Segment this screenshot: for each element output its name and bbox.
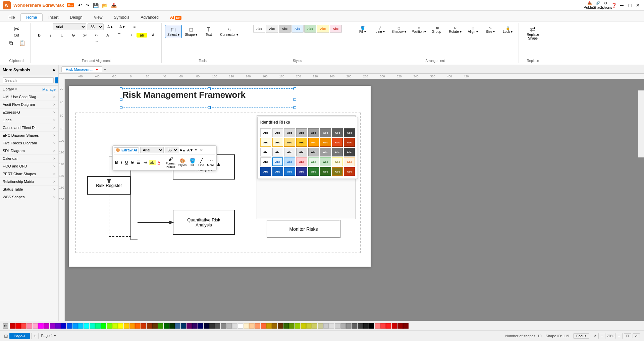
- selection-handle-br[interactable]: [293, 106, 296, 109]
- color-swatch[interactable]: [215, 323, 220, 329]
- sidebar-item-calendar[interactable]: Calendar ✕: [0, 155, 58, 162]
- float-fill-button[interactable]: 🪣 Fill: [189, 158, 196, 167]
- sidebar-item-hoq[interactable]: HOQ and QFD ✕: [0, 162, 58, 170]
- color-swatch[interactable]: [278, 323, 283, 329]
- swatch-r3c2[interactable]: Abc: [272, 148, 283, 156]
- close-icon[interactable]: ✕: [53, 157, 56, 160]
- color-swatch[interactable]: [340, 323, 346, 329]
- color-swatch[interactable]: [118, 323, 123, 329]
- float-line-button[interactable]: ╱ Line: [197, 158, 205, 167]
- color-swatch[interactable]: [152, 323, 158, 329]
- sidebar-item-five-forces[interactable]: Five Forces Diagram ✕: [0, 139, 58, 147]
- swatch-r1c4[interactable]: Abc: [296, 128, 307, 137]
- color-swatch[interactable]: [335, 323, 340, 329]
- color-swatch[interactable]: [38, 323, 44, 329]
- color-swatch[interactable]: [352, 323, 357, 329]
- close-icon[interactable]: ✕: [53, 195, 56, 199]
- color-swatch[interactable]: [95, 323, 101, 329]
- sidebar-item-lines[interactable]: Lines ✕: [0, 116, 58, 124]
- swatch-r2c3[interactable]: Abc: [284, 138, 295, 147]
- tab-ai[interactable]: AI hot: [164, 13, 187, 21]
- zoom-in-button[interactable]: +: [615, 333, 623, 339]
- swatch-r3c1[interactable]: Abc: [260, 148, 271, 156]
- color-swatch[interactable]: [295, 323, 300, 329]
- tab-design[interactable]: Design: [64, 13, 88, 21]
- swatch-r2c6[interactable]: Abc: [320, 138, 331, 147]
- color-swatch[interactable]: [112, 323, 118, 329]
- close-icon[interactable]: ✕: [53, 126, 56, 130]
- close-icon[interactable]: ✕: [53, 111, 56, 114]
- text-color-button[interactable]: A: [102, 32, 113, 38]
- float-font-select[interactable]: Arial: [140, 147, 164, 153]
- swatch-r4c4[interactable]: Abc: [296, 157, 307, 166]
- align-btn[interactable]: ⊞ Align ▾: [465, 25, 481, 35]
- color-swatch[interactable]: [232, 323, 237, 329]
- color-swatch[interactable]: [67, 323, 72, 329]
- grid-view-toggle[interactable]: ⊞: [4, 333, 8, 339]
- swatch-r1c7[interactable]: Abc: [332, 128, 343, 137]
- style-swatch-1[interactable]: Abc: [253, 25, 265, 33]
- color-swatch[interactable]: [226, 323, 232, 329]
- swatch-r4c6[interactable]: Abc: [320, 157, 331, 166]
- sidebar-item-epc[interactable]: EPC Diagram Shapes ✕: [0, 132, 58, 139]
- swatch-r1c1[interactable]: Abc: [260, 128, 271, 137]
- tab-advanced[interactable]: Advanced: [135, 13, 164, 21]
- float-styles-button[interactable]: 🎨 Styles: [177, 158, 188, 167]
- font-shrink-button[interactable]: A▼: [117, 24, 128, 29]
- line-button[interactable]: ╱ Line ▾: [372, 25, 388, 35]
- sidebar-collapse-button[interactable]: «: [53, 67, 56, 73]
- color-swatch[interactable]: [255, 323, 260, 329]
- publish-button[interactable]: 📤 Publish: [586, 2, 593, 9]
- rotate-button[interactable]: ↻ Rotate ▾: [447, 25, 463, 35]
- close-icon[interactable]: ✕: [53, 149, 56, 153]
- float-size-select[interactable]: 36: [165, 147, 178, 153]
- sidebar-item-express[interactable]: Express-G ✕: [0, 109, 58, 116]
- highlight-button[interactable]: ab: [137, 33, 147, 38]
- color-swatch[interactable]: [147, 323, 152, 329]
- copy-button[interactable]: ⧉: [5, 40, 16, 47]
- more-font-button[interactable]: ⋯: [91, 39, 102, 44]
- page-tab-1[interactable]: Page-1: [9, 333, 30, 339]
- float-list-button[interactable]: ☰: [136, 160, 142, 165]
- color-swatch[interactable]: [221, 323, 226, 329]
- color-swatch[interactable]: [181, 323, 186, 329]
- color-swatch[interactable]: [283, 323, 289, 329]
- color-swatch[interactable]: [301, 323, 306, 329]
- tab-insert[interactable]: Insert: [43, 13, 64, 21]
- color-swatch[interactable]: [186, 323, 192, 329]
- swatch-r5c7[interactable]: Abc: [332, 167, 343, 176]
- font-family-select[interactable]: Arial: [53, 23, 86, 30]
- search-button[interactable]: Search: [55, 77, 59, 83]
- color-swatch[interactable]: [21, 323, 26, 329]
- tab-symbols[interactable]: Symbols: [108, 13, 135, 21]
- swatch-r3c7[interactable]: Abc: [332, 148, 343, 156]
- swatch-r5c4[interactable]: Abc: [296, 167, 307, 176]
- color-swatch[interactable]: [10, 323, 15, 329]
- shape-button[interactable]: □ Shape ▾: [183, 25, 200, 38]
- select-button[interactable]: ⬚ Select ▾: [165, 25, 182, 38]
- float-more-button[interactable]: ⋯ More: [206, 158, 215, 167]
- doc-tab-risk[interactable]: Risk Managem... ●: [61, 66, 102, 72]
- color-swatch[interactable]: [306, 323, 312, 329]
- color-swatch[interactable]: [27, 323, 32, 329]
- swatch-r4c7[interactable]: Abc: [332, 157, 343, 166]
- swatch-r1c3[interactable]: Abc: [284, 128, 295, 137]
- color-swatch[interactable]: [90, 323, 95, 329]
- minimize-button[interactable]: ─: [619, 2, 625, 9]
- shadow-button[interactable]: ◻ Shadow ▾: [389, 25, 408, 35]
- undo-button[interactable]: ↶: [77, 2, 84, 9]
- lock-button[interactable]: 🔒 Lock ▾: [500, 25, 516, 35]
- swatch-r4c5[interactable]: Abc: [308, 157, 319, 166]
- selection-handle-tr[interactable]: [293, 87, 296, 90]
- color-swatch[interactable]: [135, 323, 141, 329]
- color-swatch[interactable]: [72, 323, 78, 329]
- swatch-r3c3[interactable]: Abc: [284, 148, 295, 156]
- float-fontcolor-button[interactable]: A: [157, 160, 161, 165]
- close-icon[interactable]: ✕: [53, 118, 56, 122]
- color-swatch[interactable]: [101, 323, 106, 329]
- no-fill-swatch[interactable]: ⊘: [3, 323, 8, 329]
- export-button[interactable]: 📤: [110, 2, 118, 9]
- float-italic-button[interactable]: I: [120, 160, 123, 165]
- color-swatch[interactable]: [392, 323, 397, 329]
- color-swatch[interactable]: [397, 323, 403, 329]
